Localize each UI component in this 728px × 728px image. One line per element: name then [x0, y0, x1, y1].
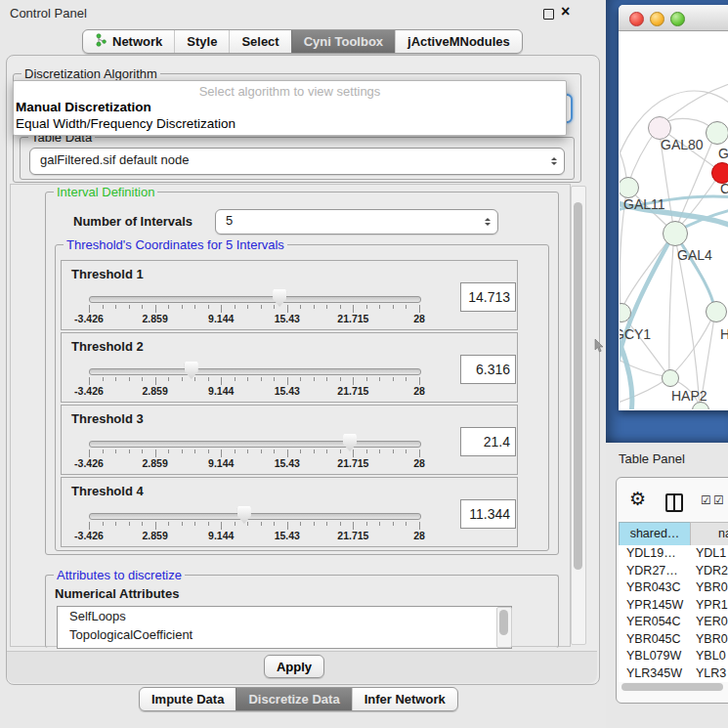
dropdown-option-manual-discretization[interactable]: Manual Discretization: [16, 100, 151, 114]
vertical-scrollbar-thumb[interactable]: [574, 202, 582, 570]
tab-infer-network[interactable]: Infer Network: [352, 688, 457, 710]
list-item-selfloops[interactable]: SelfLoops: [58, 607, 511, 625]
checkbox-icon-1[interactable]: ☑: [701, 493, 711, 507]
tab-style-label: Style: [187, 34, 217, 49]
threshold-2-value-field[interactable]: 6.316: [460, 355, 516, 384]
table-row[interactable]: YBR043CYBR0: [619, 579, 728, 597]
table-row[interactable]: YBR045CYBR0: [619, 631, 728, 649]
table-row[interactable]: YPR145WYPR1: [619, 597, 728, 615]
tab-impute-data[interactable]: Impute Data: [140, 688, 236, 710]
mouse-cursor: [594, 339, 605, 353]
threshold-3-scale-labels: -3.4262.8599.14415.4321.71528: [89, 457, 419, 469]
node-label-hap2: HAP2: [671, 388, 707, 404]
threshold-1-ticks: [89, 305, 419, 313]
list-item-betweennesscentrality[interactable]: BetweennessCentrality: [58, 644, 511, 649]
cell: YBR0: [690, 579, 728, 597]
window-close-traffic-light[interactable]: [629, 12, 644, 26]
tab-cyni-toolbox[interactable]: Cyni Toolbox: [291, 30, 395, 53]
tab-discretize-data-label: Discretize Data: [248, 692, 339, 707]
table-horizontal-scrollbar[interactable]: [621, 683, 726, 692]
numerical-attributes-label: Numerical Attributes: [55, 586, 179, 601]
cell: YDL1: [690, 545, 726, 563]
node-label-gcy1: GCY1: [620, 326, 651, 342]
table-row[interactable]: YBL079WYBL0: [619, 648, 728, 665]
threshold-4-label: Threshold 4: [71, 484, 144, 498]
threshold-3-value-field[interactable]: 21.4: [460, 427, 516, 456]
tab-discretize-data[interactable]: Discretize Data: [236, 688, 351, 710]
node-top-right[interactable]: [706, 121, 728, 145]
cell: YBR0: [690, 631, 728, 649]
column-header-name[interactable]: na: [690, 522, 728, 546]
node-hap2[interactable]: [662, 369, 679, 387]
gear-icon[interactable]: ⚙: [629, 489, 646, 510]
vertical-scrollbar[interactable]: [571, 186, 586, 645]
tab-network-label: Network: [112, 34, 162, 49]
attributes-list-scrollbar[interactable]: [496, 607, 512, 648]
threshold-3-slider-track[interactable]: [89, 441, 421, 448]
column-header-shared-name[interactable]: shared…: [619, 522, 691, 546]
table-row[interactable]: YDR27…YDR2: [619, 563, 728, 580]
table-row[interactable]: YLR345WYLR3: [619, 665, 728, 683]
checkbox-icon-2[interactable]: ☑: [713, 493, 724, 507]
attributes-list-scrollbar-thumb[interactable]: [499, 610, 508, 635]
numerical-attributes-list: SelfLoops TopologicalCoefficient Between…: [57, 606, 512, 649]
cell: YBL079W: [619, 648, 690, 665]
apply-button[interactable]: Apply: [264, 655, 324, 678]
close-icon[interactable]: ×: [561, 3, 570, 21]
table-data-combobox[interactable]: galFiltered.sif default node: [29, 148, 565, 175]
threshold-1-panel: Threshold 1 -3.4262.8599.14415.4321.7152…: [61, 260, 518, 330]
num-intervals-label: Number of Intervals: [73, 214, 193, 229]
combo-stepper-icon: [551, 157, 557, 165]
threshold-1-label: Threshold 1: [71, 267, 144, 281]
threshold-3-panel: Threshold 3 -3.4262.8599.14415.4321.7152…: [61, 405, 518, 475]
node-label-g: G: [718, 146, 728, 161]
dropdown-placeholder: Select algorithm to view settings: [14, 84, 566, 99]
table-panel-title: Table Panel: [619, 451, 685, 466]
tab-select[interactable]: Select: [229, 30, 290, 53]
control-panel: Control Panel × Network Style Select Cyn…: [0, 0, 606, 728]
float-window-icon[interactable]: [543, 9, 554, 20]
table-horizontal-scrollbar-thumb[interactable]: [621, 683, 723, 691]
list-item-topologicalcoefficient[interactable]: TopologicalCoefficient: [58, 625, 511, 644]
num-intervals-spinner[interactable]: 5: [215, 209, 498, 235]
node-gal4[interactable]: [663, 221, 688, 246]
threshold-2-slider-track[interactable]: [89, 368, 421, 375]
window-zoom-traffic-light[interactable]: [670, 12, 685, 26]
threshold-4-value-field[interactable]: 11.344: [460, 499, 516, 529]
node-label-gal80: GAL80: [661, 137, 704, 152]
columns-icon[interactable]: [665, 493, 683, 512]
node-h[interactable]: [706, 301, 727, 322]
threshold-3-label: Threshold 3: [71, 411, 144, 426]
cell: YBL0: [690, 648, 726, 665]
table-data-selected: galFiltered.sif default node: [40, 152, 189, 167]
thresholds-group-title: Threshold's Coordinates for 5 Intervals: [64, 237, 287, 252]
threshold-2-label: Threshold 2: [71, 339, 144, 354]
threshold-4-slider-track[interactable]: [89, 513, 421, 520]
threshold-2-panel: Threshold 2 -3.4262.8599.14415.4321.7152…: [61, 332, 518, 403]
cell: YBR045C: [619, 631, 690, 649]
cell: YLR345W: [619, 665, 690, 683]
tab-impute-data-label: Impute Data: [151, 692, 224, 707]
cell: YER0: [690, 614, 728, 631]
tab-network[interactable]: Network: [83, 30, 174, 53]
node-label-gal4: GAL4: [677, 247, 712, 263]
threshold-1-slider-track[interactable]: [89, 296, 421, 303]
network-canvas[interactable]: GAL80 G C GAL11 GAL4 GCY1 H HAP2: [620, 31, 728, 409]
tab-select-label: Select: [241, 34, 278, 49]
threshold-2-ticks: [89, 377, 419, 385]
interval-definition-title: Interval Definition: [54, 185, 157, 199]
table-row[interactable]: YER054CYER0: [619, 614, 728, 631]
threshold-1-value-field[interactable]: 14.713: [460, 282, 516, 312]
cell: YPR1: [690, 597, 728, 615]
node-label-gal11: GAL11: [623, 196, 665, 212]
tab-style[interactable]: Style: [174, 30, 229, 53]
table-row[interactable]: YDL19…YDL1: [619, 545, 728, 563]
window-minimize-traffic-light[interactable]: [650, 12, 664, 26]
discretization-algorithm-group-title: Discretization Algorithm: [21, 66, 160, 81]
threshold-1-scale-labels: -3.4262.8599.14415.4321.71528: [89, 313, 419, 324]
node-label-c: C: [720, 181, 728, 196]
dropdown-option-equal-width[interactable]: Equal Width/Frequency Discretization: [16, 116, 236, 131]
cell: YER054C: [619, 614, 690, 631]
tab-jactivemnodules-label: jActiveMNodules: [407, 34, 510, 49]
tab-jactivemnodules[interactable]: jActiveMNodules: [395, 30, 522, 53]
